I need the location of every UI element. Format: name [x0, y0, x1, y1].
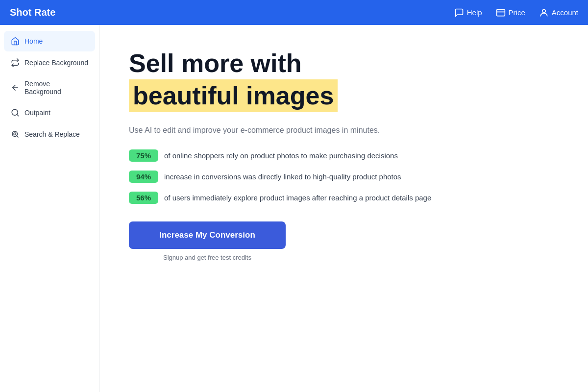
- stat-text-0: of online shoppers rely on product photo…: [164, 151, 398, 160]
- stat-badge-0: 75%: [129, 149, 158, 162]
- stat-item-1: 94% increase in conversions was directly…: [129, 171, 559, 183]
- hero-subtitle: Use AI to edit and improve your e-commer…: [129, 126, 559, 135]
- cta-button[interactable]: Increase My Conversion: [129, 221, 286, 249]
- hero-title-line1: Sell more with: [129, 49, 559, 77]
- header: Shot Rate Help Price: [0, 0, 588, 25]
- search-replace-icon: [11, 130, 20, 139]
- sidebar: Home Replace Background Re: [0, 25, 99, 392]
- main-content: Sell more with beautiful images Use AI t…: [99, 25, 588, 392]
- stat-badge-1: 94%: [129, 171, 158, 183]
- stat-text-2: of users immediately explore product ima…: [164, 194, 431, 202]
- sidebar-item-replace-background[interactable]: Replace Background: [4, 52, 95, 73]
- hero-title-line2: beautiful images: [129, 79, 338, 112]
- sidebar-item-home[interactable]: Home: [4, 31, 95, 51]
- outpaint-icon: [11, 108, 20, 117]
- sidebar-item-search-replace[interactable]: Search & Replace: [4, 124, 95, 145]
- svg-point-7: [14, 133, 16, 135]
- stat-item-2: 56% of users immediately explore product…: [129, 192, 559, 204]
- sidebar-replace-bg-label: Replace Background: [24, 59, 88, 67]
- cta-subtext: Signup and get free test credits: [129, 254, 286, 261]
- sidebar-item-outpaint[interactable]: Outpaint: [4, 102, 95, 123]
- svg-rect-0: [496, 9, 505, 16]
- header-nav: Help Price Account: [454, 8, 578, 18]
- help-label: Help: [467, 8, 482, 17]
- sidebar-item-remove-background[interactable]: Remove Background: [4, 74, 95, 101]
- stat-text-1: increase in conversions was directly lin…: [164, 172, 401, 181]
- account-icon: [539, 8, 549, 18]
- replace-bg-icon: [11, 58, 20, 67]
- main-layout: Home Replace Background Re: [0, 25, 588, 392]
- sidebar-outpaint-label: Outpaint: [24, 109, 50, 117]
- sidebar-search-replace-label: Search & Replace: [24, 130, 80, 138]
- sidebar-home-label: Home: [24, 37, 43, 45]
- remove-bg-icon: [11, 83, 20, 92]
- logo: Shot Rate: [10, 7, 454, 18]
- price-icon: [496, 8, 506, 18]
- stats-list: 75% of online shoppers rely on product p…: [129, 149, 559, 204]
- account-label: Account: [552, 8, 578, 17]
- home-icon: [11, 37, 20, 46]
- price-label: Price: [509, 8, 525, 17]
- stat-item-0: 75% of online shoppers rely on product p…: [129, 149, 559, 162]
- help-nav-item[interactable]: Help: [454, 8, 482, 18]
- sidebar-remove-bg-label: Remove Background: [24, 80, 88, 96]
- price-nav-item[interactable]: Price: [496, 8, 525, 18]
- hero-title-highlight-wrapper: beautiful images: [129, 77, 559, 122]
- stat-badge-2: 56%: [129, 192, 158, 204]
- svg-line-5: [17, 114, 18, 116]
- account-nav-item[interactable]: Account: [539, 8, 578, 18]
- svg-point-2: [542, 9, 545, 13]
- chat-icon: [454, 8, 464, 18]
